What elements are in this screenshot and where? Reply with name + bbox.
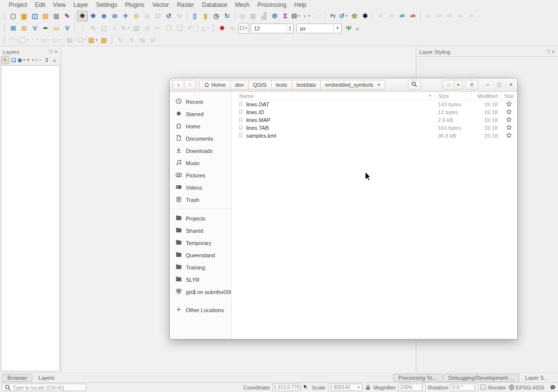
- breadcrumb-testdata[interactable]: testdata: [292, 80, 321, 90]
- star-toggle-icon[interactable]: [506, 124, 512, 131]
- sidebar-item-videos[interactable]: Videos: [170, 181, 231, 194]
- temporal-controller-icon[interactable]: ◷: [211, 11, 222, 22]
- add-group-icon[interactable]: ❏: [9, 56, 18, 64]
- layer-labeling-icon[interactable]: ab: [397, 11, 407, 22]
- menu-vector[interactable]: Vector: [149, 0, 173, 9]
- debugging-tools-icon[interactable]: ✱: [360, 11, 371, 22]
- save-project-icon[interactable]: ◫: [29, 11, 40, 22]
- new-shapefile-layer-icon[interactable]: V: [29, 23, 40, 34]
- scale-combobox[interactable]: 1:809143▼: [328, 384, 362, 391]
- panel-close-icon[interactable]: ✕: [551, 49, 555, 54]
- menu-raster[interactable]: Raster: [173, 0, 198, 9]
- file-row-lines.dat[interactable]: lines.DAT143 bytes15:18: [231, 100, 517, 108]
- menu-help[interactable]: Help: [290, 0, 310, 9]
- star-toggle-icon[interactable]: [506, 117, 512, 123]
- sidebar-item-music[interactable]: Music: [170, 157, 231, 169]
- breadcrumb-dev[interactable]: dev: [230, 80, 249, 90]
- pin-annotation-tool-icon[interactable]: ▨: [99, 35, 109, 46]
- breadcrumb-qgis[interactable]: QGIS: [249, 80, 272, 90]
- tab-browser[interactable]: Browser: [2, 374, 32, 382]
- new-geopackage-layer-icon[interactable]: ✒: [40, 23, 51, 34]
- file-row-lines.id[interactable]: lines.ID12 bytes15:18: [231, 108, 517, 116]
- breadcrumb-tests[interactable]: tests: [272, 80, 292, 90]
- column-modified[interactable]: Modified: [471, 92, 501, 100]
- panel-float-icon[interactable]: ❐: [49, 49, 52, 54]
- toolbar-overflow-chevron[interactable]: »: [356, 25, 359, 31]
- digitize-with-curve-icon[interactable]: ✸: [217, 23, 228, 34]
- menu-button[interactable]: ≡: [465, 80, 478, 90]
- menu-layer[interactable]: Layer: [70, 0, 92, 9]
- column-size[interactable]: Size: [435, 92, 471, 100]
- new-project-icon[interactable]: ▢: [8, 11, 19, 22]
- maximize-button[interactable]: □: [496, 81, 503, 88]
- add-vector-layer-icon[interactable]: ⊞: [8, 23, 19, 34]
- sidebar-item-recent[interactable]: Recent: [170, 96, 231, 108]
- locate-input[interactable]: Type to locate (Ctrl+K): [2, 384, 86, 391]
- unit-dropdown[interactable]: px▼: [297, 24, 342, 33]
- sidebar-item-trash[interactable]: Trash: [170, 194, 231, 206]
- size-spinbox[interactable]: 12▲▼: [251, 24, 294, 33]
- file-row-samples.kml[interactable]: samples.kml36.8 kB15:18: [231, 132, 517, 140]
- tab-processing-to[interactable]: Processing To...: [393, 374, 442, 382]
- new-print-layout-icon[interactable]: ▤: [40, 11, 51, 22]
- star-toggle-icon[interactable]: [506, 109, 512, 116]
- forward-button[interactable]: ›: [184, 80, 196, 90]
- processing-toolbox-icon[interactable]: ⚙: [269, 11, 280, 22]
- sidebar-item-training[interactable]: Training: [170, 261, 231, 273]
- magnifier-spinbox[interactable]: 100%▲▼: [398, 384, 426, 391]
- zoom-full-icon[interactable]: ✛: [120, 11, 131, 22]
- map-tips-icon[interactable]: ◗▼: [302, 11, 312, 22]
- pan-map-icon[interactable]: ✥: [77, 11, 88, 22]
- grid-view-button[interactable]: ∷: [443, 80, 455, 90]
- measure-tool-icon[interactable]: ⊟▼: [291, 11, 302, 22]
- sidebar-item-temporary[interactable]: Temporary: [170, 237, 231, 249]
- new-virtual-layer-icon[interactable]: V: [62, 23, 73, 34]
- statistical-summary-icon[interactable]: Σ: [280, 11, 291, 22]
- sidebar-item-downloads[interactable]: Downloads: [170, 145, 231, 157]
- refresh-map-icon[interactable]: ↻: [222, 11, 232, 22]
- coordinate-input[interactable]: 1.313,0.775: [272, 384, 301, 391]
- pan-to-selection-icon[interactable]: ✥: [88, 11, 99, 22]
- sidebar-item-documents[interactable]: Documents: [170, 132, 231, 145]
- tab-layers[interactable]: Layers: [33, 374, 59, 381]
- annotation-layer-tool-icon[interactable]: ▨▼: [88, 35, 99, 46]
- remove-layer-icon[interactable]: ↧: [43, 56, 51, 64]
- breadcrumb-home[interactable]: Home: [199, 80, 230, 90]
- render-checkbox[interactable]: ✓: [481, 385, 486, 390]
- tab-layer-s[interactable]: Layer S...: [520, 374, 553, 381]
- crs-indicator[interactable]: EPSG:4326: [516, 385, 544, 391]
- zoom-last-icon[interactable]: ↺: [163, 11, 174, 22]
- menu-view[interactable]: View: [49, 0, 70, 9]
- sidebar-item-home[interactable]: Home: [170, 120, 231, 132]
- back-button[interactable]: ‹: [173, 80, 184, 90]
- file-row-lines.tab[interactable]: lines.TAB163 bytes15:18: [231, 124, 517, 132]
- menu-edit[interactable]: Edit: [31, 0, 49, 9]
- plugin-tree-icon[interactable]: Ψ: [343, 23, 354, 34]
- show-bookmarks-icon[interactable]: ▮: [200, 11, 211, 22]
- close-button[interactable]: ×: [507, 81, 514, 88]
- open-project-icon[interactable]: ▆: [19, 11, 29, 22]
- star-toggle-icon[interactable]: [506, 101, 512, 108]
- sidebar-item-pictures[interactable]: Pictures: [170, 169, 231, 181]
- panel-float-icon[interactable]: ❐: [546, 49, 550, 54]
- zoom-to-selection-icon[interactable]: ⊙: [131, 11, 142, 22]
- column-name[interactable]: Name ▼: [231, 93, 435, 99]
- menu-project[interactable]: Project: [5, 0, 31, 9]
- new-temporary-scratch-layer-icon[interactable]: ▭: [51, 23, 62, 34]
- breadcrumb-embedded_symbols[interactable]: embedded_symbols▼: [321, 80, 385, 90]
- filter-legend-icon[interactable]: ▼▼: [26, 56, 34, 64]
- sidebar-item-shared[interactable]: Shared: [170, 224, 231, 237]
- star-toggle-icon[interactable]: [506, 132, 512, 139]
- file-row-lines.map[interactable]: lines.MAP2.6 kB15:18: [231, 116, 517, 124]
- rotation-spinbox[interactable]: 0.0 °▲▼: [451, 384, 478, 391]
- add-raster-layer-icon[interactable]: ⊞: [19, 23, 29, 34]
- zoom-in-icon[interactable]: ⊕: [99, 11, 109, 22]
- lock-icon[interactable]: [365, 384, 371, 391]
- menu-processing[interactable]: Processing: [254, 0, 290, 9]
- view-options-dropdown[interactable]: ▼: [455, 80, 462, 90]
- extents-toggle-icon[interactable]: [303, 384, 309, 391]
- cad-dots-toggle-icon[interactable]: ∷▼: [238, 23, 249, 34]
- layer-diagram-icon[interactable]: ab: [407, 11, 418, 22]
- panel-close-icon[interactable]: ✕: [54, 49, 58, 54]
- sidebar-item-queensland[interactable]: Queensland: [170, 249, 231, 261]
